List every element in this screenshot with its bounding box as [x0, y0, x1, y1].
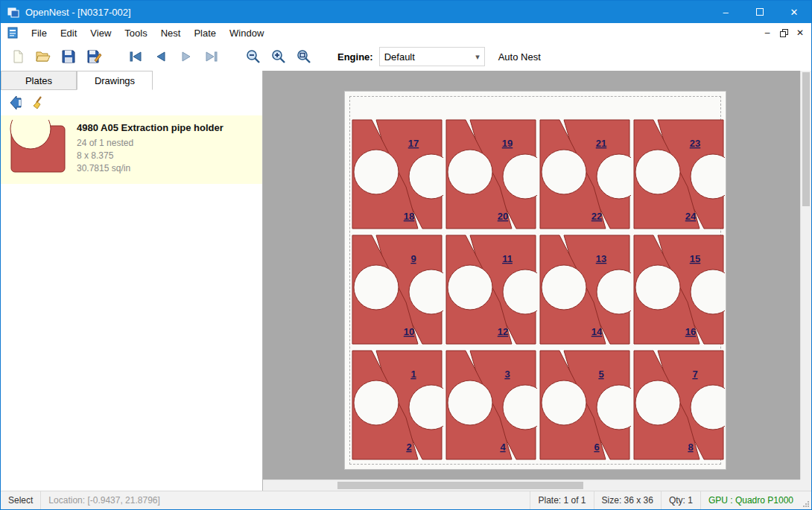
part-notch — [542, 265, 586, 310]
part-number: 22 — [591, 211, 602, 222]
first-plate-button[interactable] — [123, 45, 148, 68]
resize-grip[interactable] — [801, 491, 811, 509]
auto-nest-button[interactable]: Auto Nest — [498, 51, 541, 63]
vertical-scrollbar-thumb[interactable] — [802, 72, 810, 206]
blue-arrow-icon — [9, 95, 24, 110]
nest-cell[interactable]: 910 — [351, 234, 443, 347]
nest-cell[interactable]: 1718 — [351, 118, 443, 232]
drawing-list-item[interactable]: 4980 A05 Extraction pipe holder 24 of 1 … — [1, 115, 262, 184]
close-button[interactable]: ✕ — [777, 1, 811, 23]
window-title: OpenNest - [N0317-002] — [25, 7, 131, 18]
next-plate-button[interactable] — [174, 45, 199, 68]
mdi-close-button[interactable]: ✕ — [792, 25, 808, 40]
nested-parts-layer: 171819202122232491011121314151612345678 — [345, 92, 726, 469]
nest-canvas[interactable]: 171819202122232491011121314151612345678 — [263, 71, 811, 491]
drawing-item-text: 4980 A05 Extraction pipe holder 24 of 1 … — [77, 115, 223, 175]
nest-cell[interactable]: 1516 — [632, 234, 725, 347]
menu-view[interactable]: View — [83, 25, 118, 42]
document-icon — [7, 27, 19, 39]
horizontal-scrollbar[interactable] — [263, 479, 800, 491]
drawing-area: 30.7815 sq/in — [77, 162, 223, 175]
maximize-icon — [756, 8, 764, 16]
part-number: 8 — [688, 442, 693, 453]
minimize-button[interactable]: – — [708, 1, 743, 23]
nest-cell[interactable]: 34 — [445, 349, 537, 462]
part-number: 7 — [692, 369, 697, 380]
new-button[interactable] — [5, 45, 31, 68]
vertical-scrollbar[interactable] — [800, 71, 811, 479]
next-arrow-icon — [178, 48, 194, 65]
nest-cell[interactable]: 12 — [351, 349, 443, 462]
engine-label: Engine: — [337, 51, 373, 63]
part-number: 19 — [502, 138, 513, 149]
part-number: 5 — [598, 369, 603, 380]
part-number: 4 — [500, 442, 506, 453]
chevron-down-icon: ▾ — [475, 52, 480, 62]
nest-cell[interactable]: 1112 — [445, 234, 537, 347]
horizontal-scrollbar-thumb[interactable] — [337, 482, 583, 489]
status-size: Size: 36 x 36 — [594, 491, 661, 509]
part-number: 11 — [502, 253, 513, 264]
mdi-minimize-button[interactable]: – — [759, 25, 775, 40]
nest-cell[interactable]: 2324 — [632, 118, 725, 232]
plate-sheet[interactable]: 171819202122232491011121314151612345678 — [344, 91, 726, 470]
statusbar: Select Location: [-0.9437, 21.8796] Plat… — [1, 491, 811, 509]
tab-plates[interactable]: Plates — [1, 71, 77, 90]
drawing-title: 4980 A05 Extraction pipe holder — [77, 122, 223, 133]
first-arrow-icon — [127, 48, 144, 65]
save-icon — [60, 48, 77, 65]
engine-select[interactable]: Default ▾ — [379, 47, 485, 66]
save-button[interactable] — [56, 45, 81, 68]
menu-window[interactable]: Window — [223, 25, 270, 42]
part-notch — [354, 150, 399, 194]
part-number: 2 — [406, 442, 411, 453]
drawing-nested-count: 24 of 1 nested — [77, 137, 223, 150]
part-number: 17 — [408, 138, 419, 149]
replace-part-button[interactable] — [5, 92, 28, 113]
menu-edit[interactable]: Edit — [54, 25, 83, 42]
save-as-button[interactable] — [81, 45, 107, 68]
status-location: Location: [-0.9437, 21.8796] — [41, 491, 167, 509]
nest-cell[interactable]: 2122 — [539, 118, 631, 232]
zoom-fit-button[interactable] — [291, 45, 317, 68]
part-number: 20 — [498, 211, 508, 222]
restore-icon — [780, 29, 788, 37]
menu-plate[interactable]: Plate — [187, 25, 223, 42]
part-number: 1 — [410, 369, 416, 380]
clear-parts-button[interactable] — [28, 92, 50, 113]
status-plate: Plate: 1 of 1 — [530, 491, 593, 509]
drawing-size: 8 x 8.375 — [77, 150, 223, 162]
maximize-button[interactable] — [743, 1, 777, 23]
open-button[interactable] — [31, 45, 56, 68]
nest-cell[interactable]: 56 — [539, 349, 631, 462]
titlebar: OpenNest - [N0317-002] – ✕ — [1, 1, 811, 23]
previous-plate-button[interactable] — [148, 45, 174, 68]
part-number: 9 — [410, 253, 416, 264]
nest-cell[interactable]: 1920 — [445, 118, 537, 232]
part-number: 24 — [685, 211, 697, 222]
part-number: 18 — [404, 211, 414, 222]
part-notch — [448, 380, 492, 425]
mdi-restore-button[interactable] — [775, 25, 792, 40]
menu-file[interactable]: File — [25, 25, 54, 42]
engine-selected-value: Default — [384, 51, 415, 63]
part-number: 3 — [504, 369, 510, 380]
part-number: 10 — [404, 326, 414, 337]
zoom-out-icon — [245, 48, 261, 65]
save-edit-icon — [86, 48, 102, 65]
part-notch — [542, 150, 586, 194]
nest-cell[interactable]: 1314 — [539, 234, 631, 347]
menu-tools[interactable]: Tools — [118, 25, 153, 42]
part-notch — [354, 380, 399, 425]
status-qty: Qty: 1 — [662, 491, 700, 509]
tab-drawings[interactable]: Drawings — [77, 71, 153, 90]
nest-cell[interactable]: 78 — [632, 349, 725, 462]
part-thumbnail — [8, 120, 68, 179]
part-notch — [635, 265, 680, 310]
menu-nest[interactable]: Nest — [154, 25, 188, 42]
zoom-in-button[interactable] — [266, 45, 291, 68]
app-icon — [7, 6, 19, 18]
last-plate-button[interactable] — [199, 45, 224, 68]
zoom-out-button[interactable] — [241, 45, 266, 68]
status-gpu: GPU : Quadro P1000 — [701, 491, 801, 509]
